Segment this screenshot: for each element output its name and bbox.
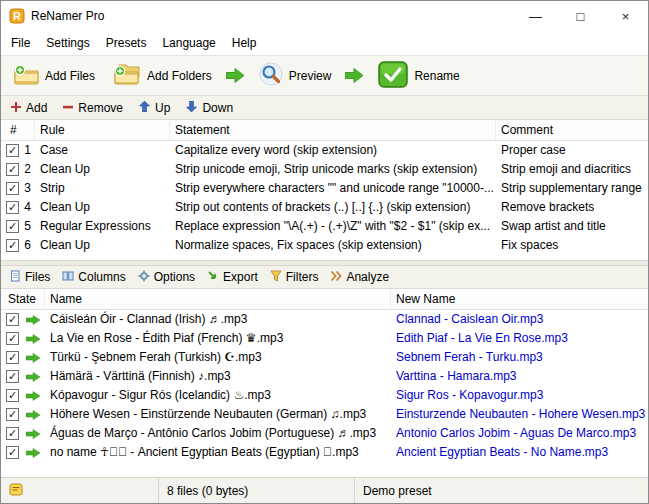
status-file-count: 8 files (0 bytes) [159,478,355,503]
options-menu-label: Options [154,270,195,284]
rule-row[interactable]: ✓6Clean UpNormalize spaces, Fix spaces (… [1,236,648,255]
rule-enabled-checkbox[interactable]: ✓ [6,163,19,176]
menu-settings[interactable]: Settings [38,33,97,53]
menu-help[interactable]: Help [224,33,265,53]
menu-file[interactable]: File [3,33,38,53]
rules-header-num[interactable]: # [1,120,35,140]
add-files-folder-icon [13,64,39,88]
minus-icon [63,101,73,115]
add-rule-label: Add [26,101,47,115]
add-files-button[interactable]: Add Files [9,62,99,90]
file-new-name: Varttina - Hamara.mp3 [391,367,648,386]
add-rule-button[interactable]: Add [7,99,55,117]
main-toolbar: Add Files Add Folders [1,55,648,96]
arrow-up-icon [139,101,150,115]
rule-enabled-checkbox[interactable]: ✓ [6,144,19,157]
rename-button[interactable]: Rename [374,59,463,93]
add-folders-button[interactable]: Add Folders [109,61,216,90]
rename-label: Rename [414,69,459,83]
add-folders-icon [113,63,141,88]
close-button[interactable]: × [603,1,648,31]
files-menu-button[interactable]: Files [6,268,57,287]
file-row[interactable]: ✓Hämärä - Värttinä (Finnish) ♪.mp3Vartti… [1,367,648,386]
file-name: Cáisleán Óir - Clannad (Irish) ♬.mp3 [45,310,391,329]
rules-toolbar: Add Remove Up Down [1,96,648,120]
file-enabled-checkbox[interactable]: ✓ [6,370,19,383]
file-new-name: Ancient Egyptian Beats - No Name.mp3 [391,443,648,462]
flow-arrow-icon [226,68,245,83]
remove-rule-button[interactable]: Remove [59,99,131,117]
file-enabled-checkbox[interactable]: ✓ [6,351,19,364]
maximize-button[interactable]: □ [558,1,603,31]
columns-menu-button[interactable]: Columns [59,268,132,287]
menu-presets[interactable]: Presets [98,33,155,53]
rules-header-rule[interactable]: Rule [35,120,170,140]
rule-enabled-checkbox[interactable]: ✓ [6,182,19,195]
renamer-window: R ReNamer Pro — □ × File Settings Preset… [0,0,649,504]
menu-language[interactable]: Language [154,33,223,53]
file-name: no name ☥𓋹𓂀 - Ancient Egyptian Beats (Eg… [45,443,391,462]
rule-row[interactable]: ✓3StripStrip everywhere characters "" an… [1,179,648,198]
file-row[interactable]: ✓Türkü - Şebnem Ferah (Turkish) ☪.mp3Seb… [1,348,648,367]
rule-row[interactable]: ✓5Regular ExpressionsReplace expression … [1,217,648,236]
preset-modified-icon [9,482,24,500]
file-row[interactable]: ✓Cáisleán Óir - Clannad (Irish) ♬.mp3Cla… [1,310,648,329]
analyze-menu-button[interactable]: Analyze [327,268,396,287]
files-header-name[interactable]: Name [45,289,391,309]
files-toolbar: Files Columns Options Export Filters [1,266,648,289]
rule-enabled-checkbox[interactable]: ✓ [6,220,19,233]
file-enabled-checkbox[interactable]: ✓ [6,427,19,440]
files-pane-empty-area [1,462,648,477]
file-enabled-checkbox[interactable]: ✓ [6,446,19,459]
file-enabled-checkbox[interactable]: ✓ [6,389,19,402]
add-files-label: Add Files [45,69,95,83]
file-enabled-checkbox[interactable]: ✓ [6,408,19,421]
move-down-button[interactable]: Down [182,99,241,117]
move-up-button[interactable]: Up [135,99,178,117]
double-chevron-icon [330,270,342,285]
rule-row[interactable]: ✓4Clean UpStrip out contents of brackets… [1,198,648,217]
rules-header-statement[interactable]: Statement [170,120,496,140]
rename-state-arrow-icon [26,391,40,401]
funnel-icon [270,270,282,285]
file-name: Águas de Março - Antônio Carlos Jobim (P… [45,424,391,443]
status-icon-panel [1,478,159,503]
files-header-newname[interactable]: New Name [391,289,648,309]
rule-comment: Strip emoji and diacritics [496,160,648,179]
rule-number: 1 [24,141,35,160]
files-menu-label: Files [25,270,50,284]
file-row[interactable]: ✓Águas de Março - Antônio Carlos Jobim (… [1,424,648,443]
rule-number: 3 [24,179,35,198]
files-table-header: State Name New Name [1,289,648,310]
rules-header-comment[interactable]: Comment [496,120,648,140]
file-enabled-checkbox[interactable]: ✓ [6,313,19,326]
rule-row[interactable]: ✓1CaseCapitalize every word (skip extens… [1,141,648,160]
file-name: Türkü - Şebnem Ferah (Turkish) ☪.mp3 [45,348,391,367]
title-bar[interactable]: R ReNamer Pro — □ × [1,1,648,31]
filters-menu-label: Filters [286,270,319,284]
file-row[interactable]: ✓Kópavogur - Sigur Rós (Icelandic) ♨.mp3… [1,386,648,405]
minimize-button[interactable]: — [513,1,558,31]
file-row[interactable]: ✓no name ☥𓋹𓂀 - Ancient Egyptian Beats (E… [1,443,648,462]
filters-menu-button[interactable]: Filters [267,268,326,287]
export-menu-button[interactable]: Export [204,268,265,287]
rule-enabled-checkbox[interactable]: ✓ [6,239,19,252]
file-name: Hämärä - Värttinä (Finnish) ♪.mp3 [45,367,391,386]
file-row[interactable]: ✓Höhere Wesen - Einstürzende Neubauten (… [1,405,648,424]
rule-comment: Swap artist and title [496,217,648,236]
file-row[interactable]: ✓La Vie en Rose - Édith Piaf (French) ♛.… [1,329,648,348]
rename-state-arrow-icon [26,353,40,363]
rule-comment: Fix spaces [496,236,648,255]
file-enabled-checkbox[interactable]: ✓ [6,332,19,345]
export-menu-label: Export [223,270,258,284]
window-title: ReNamer Pro [31,9,104,23]
files-header-state[interactable]: State [1,289,45,309]
gear-icon [138,270,150,285]
rule-row[interactable]: ✓2Clean UpStrip unicode emoji, Strip uni… [1,160,648,179]
add-folders-label: Add Folders [147,69,212,83]
options-menu-button[interactable]: Options [135,268,202,287]
preview-button[interactable]: Preview [255,60,336,91]
rule-name: Regular Expressions [35,217,170,236]
rule-number: 5 [24,217,35,236]
rule-enabled-checkbox[interactable]: ✓ [6,201,19,214]
